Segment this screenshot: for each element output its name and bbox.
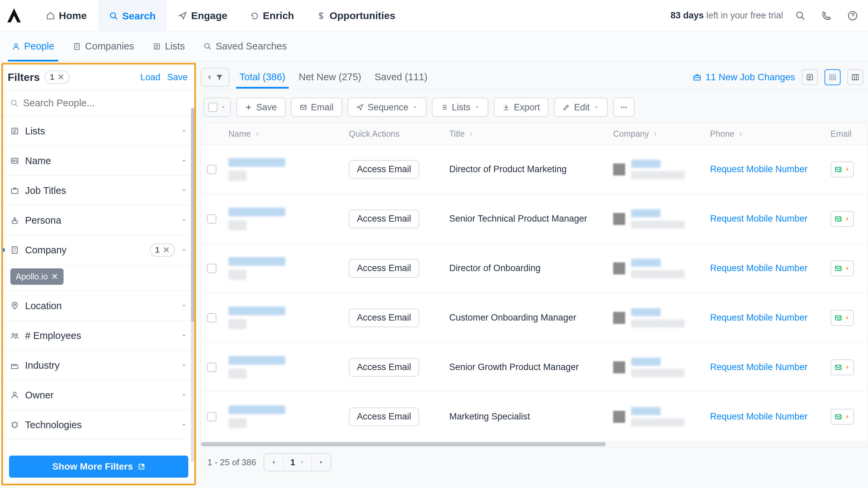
global-search-button[interactable]	[792, 7, 809, 24]
nav-opportunities[interactable]: Opportunities	[305, 0, 407, 31]
mail-check-icon	[835, 265, 842, 272]
filter-label: Lists	[25, 126, 175, 137]
filter-row-job-titles[interactable]: Job Titles	[3, 176, 194, 205]
request-phone-link[interactable]: Request Mobile Number	[710, 214, 807, 224]
pager-next-button[interactable]	[312, 454, 331, 470]
access-email-button[interactable]: Access Email	[349, 209, 419, 228]
lists-button[interactable]: Lists	[432, 98, 489, 117]
company-filter-count[interactable]: 1✕	[150, 243, 175, 257]
request-phone-link[interactable]: Request Mobile Number	[710, 263, 807, 273]
request-phone-link[interactable]: Request Mobile Number	[710, 164, 807, 174]
hscroll-thumb[interactable]	[201, 442, 606, 446]
row-checkbox[interactable]	[207, 313, 216, 323]
th-company[interactable]: Company	[607, 129, 704, 139]
th-email[interactable]: Email	[825, 129, 865, 139]
pager-page-select[interactable]: 1	[284, 454, 312, 470]
filters-search-input[interactable]	[23, 98, 187, 109]
row-checkbox[interactable]	[207, 165, 216, 174]
pager-page: 1	[290, 457, 295, 467]
collapse-filters-button[interactable]	[201, 68, 229, 87]
svg-point-16	[12, 333, 14, 336]
sequence-button[interactable]: Sequence	[347, 98, 427, 117]
filters-save-link[interactable]: Save	[167, 72, 188, 83]
row-checkbox[interactable]	[207, 264, 216, 273]
clear-filters-icon[interactable]: ✕	[58, 72, 64, 82]
subnav-companies-label: Companies	[85, 41, 134, 52]
row-checkbox[interactable]	[207, 214, 216, 224]
filter-row-industry[interactable]: Industry	[3, 351, 194, 380]
nav-engage[interactable]: Engage	[167, 0, 239, 31]
nav-enrich[interactable]: Enrich	[239, 0, 305, 31]
filters-scrollbar-thumb[interactable]	[191, 108, 194, 322]
filter-row-owner[interactable]: Owner	[3, 380, 194, 410]
filters-load-link[interactable]: Load	[140, 72, 160, 83]
user-icon	[12, 42, 20, 51]
dialer-button[interactable]	[818, 7, 835, 24]
access-email-button[interactable]: Access Email	[349, 160, 419, 179]
filter-row-lists[interactable]: Lists	[3, 116, 194, 146]
filter-row-location[interactable]: Location	[3, 291, 194, 321]
title-cell: Director of Product Marketing	[443, 164, 607, 174]
th-phone[interactable]: Phone	[704, 129, 825, 139]
subnav-people[interactable]: People	[4, 31, 62, 62]
th-title[interactable]: Title	[443, 129, 607, 139]
email-status-button[interactable]	[831, 260, 854, 276]
export-button[interactable]: Export	[494, 98, 549, 117]
request-phone-link[interactable]: Request Mobile Number	[710, 313, 807, 323]
subnav-lists[interactable]: Lists	[145, 31, 193, 62]
job-changes-link[interactable]: 11 New Job Changes	[693, 72, 795, 83]
request-phone-link[interactable]: Request Mobile Number	[710, 362, 807, 372]
save-button[interactable]: Save	[236, 98, 286, 117]
select-all-checkbox[interactable]	[208, 103, 217, 112]
pager-prev-button[interactable]	[264, 454, 284, 470]
subnav-companies[interactable]: Companies	[65, 31, 142, 62]
table-horizontal-scrollbar[interactable]	[201, 442, 868, 447]
filter-icon	[215, 73, 223, 81]
email-status-button[interactable]	[831, 161, 854, 177]
more-button[interactable]	[613, 98, 634, 117]
edit-button[interactable]: Edit	[554, 98, 608, 117]
filters-search[interactable]	[3, 90, 194, 116]
filter-row--employees[interactable]: # Employees	[3, 321, 194, 351]
access-email-button[interactable]: Access Email	[349, 308, 419, 327]
title-cell: Customer Onboarding Manager	[443, 313, 607, 323]
email-status-button[interactable]	[831, 310, 854, 326]
apollo-logo[interactable]	[6, 8, 22, 24]
access-email-button[interactable]: Access Email	[349, 259, 419, 278]
tab-saved[interactable]: Saved (111)	[371, 66, 431, 88]
title-cell: Marketing Specialist	[443, 412, 607, 422]
row-checkbox[interactable]	[207, 412, 216, 421]
nav-home[interactable]: Home	[35, 0, 98, 31]
access-email-button[interactable]: Access Email	[349, 408, 419, 426]
row-checkbox[interactable]	[207, 363, 216, 372]
filter-row-technologies[interactable]: Technologies	[3, 410, 194, 440]
subnav-saved-label: Saved Searches	[216, 41, 287, 52]
request-phone-link[interactable]: Request Mobile Number	[710, 412, 807, 422]
remove-chip-icon[interactable]: ✕	[51, 272, 58, 282]
company-chip[interactable]: Apollo.io✕	[10, 268, 64, 285]
email-status-button[interactable]	[831, 359, 854, 376]
filters-active-badge[interactable]: 1 ✕	[44, 70, 69, 84]
tab-total[interactable]: Total (386)	[236, 66, 289, 88]
email-status-button[interactable]	[831, 409, 854, 425]
filter-row-company[interactable]: Company1✕	[3, 235, 194, 265]
access-email-button[interactable]: Access Email	[349, 358, 419, 377]
th-name[interactable]: Name	[222, 129, 343, 139]
subnav-saved-searches[interactable]: Saved Searches	[196, 31, 295, 62]
email-status-button[interactable]	[831, 211, 854, 227]
pager-range: 1 - 25 of 386	[207, 457, 256, 467]
tab-net-new[interactable]: Net New (275)	[296, 66, 365, 88]
svg-rect-11	[11, 189, 18, 194]
select-all-dropdown[interactable]	[204, 98, 231, 117]
email-button[interactable]: Email	[291, 98, 343, 117]
nav-search[interactable]: Search	[98, 0, 167, 31]
redacted-name	[228, 207, 285, 216]
help-button[interactable]	[844, 7, 861, 24]
view-table-button[interactable]	[825, 69, 841, 85]
clear-company-icon[interactable]: ✕	[163, 245, 169, 255]
filter-row-persona[interactable]: Persona	[3, 205, 194, 235]
filter-row-name[interactable]: Name	[3, 146, 194, 176]
view-settings-button[interactable]	[847, 69, 863, 85]
show-more-filters-button[interactable]: Show More Filters	[9, 456, 188, 478]
view-list-button[interactable]	[802, 69, 818, 85]
